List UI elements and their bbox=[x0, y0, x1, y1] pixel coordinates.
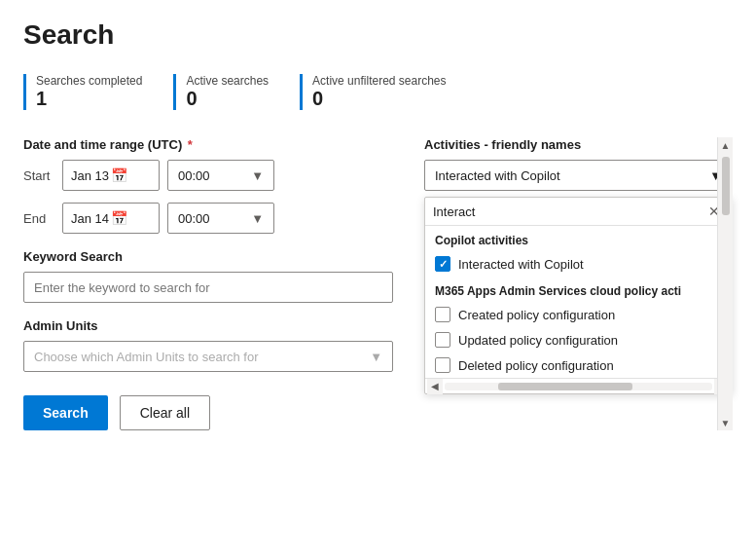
item-label: Deleted policy configuration bbox=[458, 358, 614, 373]
h-scroll-thumb[interactable] bbox=[498, 383, 632, 390]
button-row: Search Clear all bbox=[23, 395, 393, 430]
start-datetime-row: Start Jan 13 📅 00:00 ▼ bbox=[23, 160, 393, 191]
h-scroll-track bbox=[445, 383, 712, 390]
end-label: End bbox=[23, 211, 54, 226]
chevron-down-icon: ▼ bbox=[251, 211, 264, 226]
chevron-down-icon: ▼ bbox=[251, 168, 264, 183]
group-header: M365 Apps Admin Services cloud policy ac… bbox=[425, 277, 732, 302]
calendar-icon: 📅 bbox=[111, 210, 151, 226]
stat-item: Searches completed1 bbox=[23, 74, 142, 110]
stat-value: 0 bbox=[186, 88, 269, 110]
checkbox[interactable] bbox=[435, 332, 450, 348]
checkbox[interactable] bbox=[435, 307, 450, 322]
chevron-down-icon: ▼ bbox=[370, 350, 382, 364]
stat-value: 1 bbox=[36, 88, 142, 110]
list-item[interactable]: Updated policy configuration bbox=[425, 327, 732, 352]
scroll-controls: ▲ ▼ bbox=[717, 137, 733, 430]
start-time-select[interactable]: 00:00 ▼ bbox=[167, 160, 274, 191]
datetime-section-label: Date and time range (UTC) * bbox=[23, 137, 393, 152]
list-item[interactable]: Interacted with Copilot bbox=[425, 251, 732, 277]
group-header: Copilot activities bbox=[425, 226, 732, 251]
right-panel: Activities - friendly names Interacted w… bbox=[424, 137, 733, 430]
list-item[interactable]: Created policy configuration bbox=[425, 302, 732, 327]
stat-label: Searches completed bbox=[36, 74, 142, 88]
checkbox[interactable] bbox=[435, 256, 450, 272]
required-marker: * bbox=[184, 137, 193, 152]
calendar-icon: 📅 bbox=[111, 167, 151, 183]
admin-units-label: Admin Units bbox=[23, 318, 393, 333]
dropdown-content: Copilot activitiesInteracted with Copilo… bbox=[425, 226, 732, 378]
scroll-left-button[interactable]: ◀ bbox=[427, 379, 443, 394]
end-datetime-row: End Jan 14 📅 00:00 ▼ bbox=[23, 203, 393, 234]
dropdown-scrollable: Copilot activitiesInteracted with Copilo… bbox=[425, 226, 732, 378]
start-label: Start bbox=[23, 168, 54, 183]
stats-row: Searches completed1Active searches0Activ… bbox=[23, 74, 733, 110]
scroll-thumb[interactable] bbox=[722, 157, 730, 215]
admin-units-select[interactable]: Choose which Admin Units to search for ▼ bbox=[23, 341, 393, 372]
keyword-input[interactable] bbox=[23, 272, 393, 303]
left-panel: Date and time range (UTC) * Start Jan 13… bbox=[23, 137, 393, 430]
item-label: Created policy configuration bbox=[458, 308, 615, 322]
scroll-down-button[interactable]: ▼ bbox=[718, 415, 733, 430]
horizontal-scroll-row: ◀ ▶ bbox=[425, 378, 732, 393]
stat-item: Active unfiltered searches0 bbox=[300, 74, 446, 110]
stat-item: Active searches0 bbox=[173, 74, 269, 110]
main-content: Date and time range (UTC) * Start Jan 13… bbox=[23, 137, 733, 430]
start-date-input[interactable]: Jan 13 📅 bbox=[62, 160, 160, 191]
filter-input[interactable] bbox=[433, 204, 699, 219]
stat-label: Active searches bbox=[186, 74, 269, 88]
scroll-track bbox=[718, 153, 733, 415]
item-label: Updated policy configuration bbox=[458, 333, 618, 348]
list-item[interactable]: Deleted policy configuration bbox=[425, 352, 732, 378]
end-time-select[interactable]: 00:00 ▼ bbox=[167, 203, 274, 234]
end-date-input[interactable]: Jan 14 📅 bbox=[62, 203, 160, 234]
keyword-section: Keyword Search bbox=[23, 249, 393, 303]
activities-label: Activities - friendly names bbox=[424, 137, 733, 152]
page-container: Search Searches completed1Active searche… bbox=[0, 0, 756, 450]
scroll-up-button[interactable]: ▲ bbox=[718, 137, 733, 153]
admin-units-section: Admin Units Choose which Admin Units to … bbox=[23, 318, 393, 372]
activities-dropdown-panel: ✕ Copilot activitiesInteracted with Copi… bbox=[424, 197, 733, 394]
page-title: Search bbox=[23, 19, 733, 51]
stat-label: Active unfiltered searches bbox=[312, 74, 446, 88]
filter-row: ✕ bbox=[425, 198, 732, 226]
keyword-label: Keyword Search bbox=[23, 249, 393, 264]
clear-all-button[interactable]: Clear all bbox=[120, 395, 210, 430]
search-button[interactable]: Search bbox=[23, 395, 108, 430]
checkbox[interactable] bbox=[435, 357, 450, 373]
item-label: Interacted with Copilot bbox=[458, 257, 584, 272]
stat-value: 0 bbox=[312, 88, 446, 110]
activities-selected-dropdown[interactable]: Interacted with Copilot ▼ bbox=[424, 160, 733, 191]
